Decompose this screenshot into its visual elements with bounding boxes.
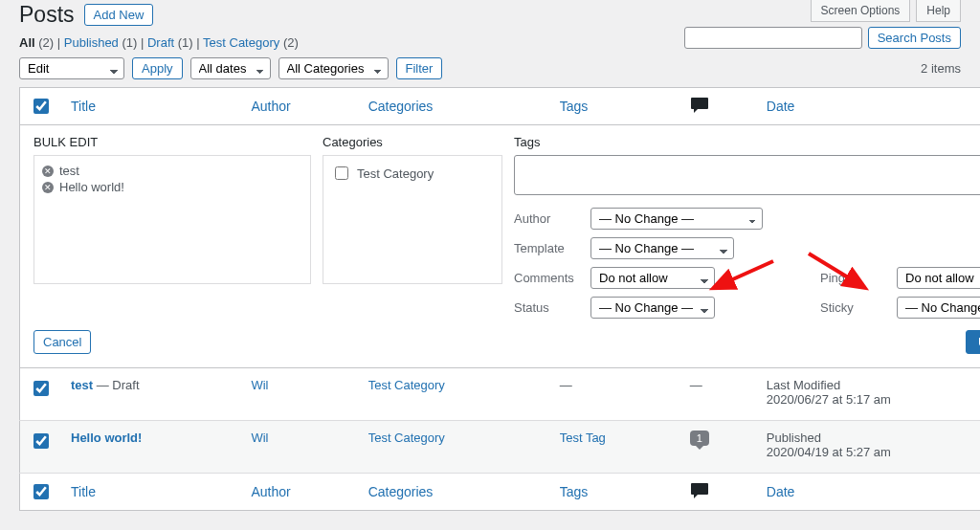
annotation-arrow: [721, 259, 778, 291]
page-title: Posts: [19, 2, 75, 28]
col-categories: Categories: [359, 474, 550, 511]
select-all-checkbox[interactable]: [33, 99, 49, 114]
select-all-checkbox-bottom[interactable]: [33, 484, 49, 499]
filter-all[interactable]: All: [19, 35, 35, 50]
tags-textarea[interactable]: [514, 155, 980, 195]
filter-published[interactable]: Published: [64, 35, 119, 50]
col-title[interactable]: Title: [61, 474, 241, 511]
bulk-cat-heading: Categories: [323, 135, 502, 149]
col-comments[interactable]: [680, 474, 757, 511]
post-status: — Draft: [93, 378, 139, 392]
category-filter-select[interactable]: All Categories: [278, 57, 389, 79]
tags-cell: —: [560, 378, 572, 392]
col-author: Author: [241, 474, 358, 511]
comments-cell: —: [690, 378, 702, 392]
pings-select[interactable]: Do not allow: [897, 267, 980, 289]
bulk-title: test: [59, 164, 79, 178]
comment-icon: [690, 487, 709, 502]
item-count: 2 items: [921, 61, 961, 76]
apply-button[interactable]: Apply: [132, 57, 183, 79]
row-checkbox[interactable]: [33, 381, 49, 396]
col-tags: Tags: [550, 474, 680, 511]
cancel-button[interactable]: Cancel: [33, 330, 91, 354]
annotation-arrow: [803, 252, 860, 289]
col-categories: Categories: [359, 88, 550, 125]
col-author: Author: [241, 88, 358, 125]
col-date[interactable]: Date: [757, 88, 980, 125]
col-tags: Tags: [550, 88, 680, 125]
category-link[interactable]: Test Category: [368, 431, 445, 445]
search-input[interactable]: [684, 27, 862, 49]
tag-link[interactable]: Test Tag: [560, 431, 606, 445]
cat-label: Test Category: [357, 166, 434, 181]
author-link[interactable]: Wil: [251, 378, 268, 392]
cat-checkbox[interactable]: [335, 166, 348, 180]
remove-icon[interactable]: ✕: [42, 166, 54, 177]
date-value: 2020/06/27 at 5:17 am: [767, 392, 891, 407]
bulk-edit-heading: BULK EDIT: [33, 135, 311, 149]
search-button[interactable]: Search Posts: [868, 27, 961, 49]
add-new-button[interactable]: Add New: [84, 4, 154, 26]
svg-line-0: [726, 261, 773, 282]
col-title[interactable]: Title: [61, 88, 241, 125]
remove-icon[interactable]: ✕: [42, 182, 54, 193]
row-checkbox[interactable]: [33, 433, 49, 449]
update-button[interactable]: Update: [966, 330, 980, 354]
svg-line-1: [809, 254, 853, 280]
table-row: test — Draft Wil Test Category — — Last …: [20, 368, 981, 421]
label-status: Status: [514, 300, 590, 315]
post-title-link[interactable]: Hello world!: [71, 431, 142, 445]
label-author: Author: [514, 211, 590, 226]
post-title-link[interactable]: test: [71, 378, 93, 392]
status-select[interactable]: — No Change —: [590, 297, 715, 319]
screen-options-tab[interactable]: Screen Options: [811, 0, 911, 22]
author-select[interactable]: — No Change —: [590, 208, 763, 230]
bulk-edit-categories[interactable]: Test Category: [323, 155, 502, 284]
filter-button[interactable]: Filter: [396, 57, 443, 79]
author-link[interactable]: Wil: [251, 431, 268, 445]
template-select[interactable]: — No Change —: [590, 237, 734, 259]
date-filter-select[interactable]: All dates: [190, 57, 271, 79]
bulk-edit-titles[interactable]: ✕test ✕Hello world!: [33, 155, 311, 284]
date-label: Published: [767, 431, 821, 445]
comment-icon: [690, 101, 709, 117]
col-date[interactable]: Date: [757, 474, 980, 511]
bulk-action-select[interactable]: Edit: [19, 57, 124, 79]
label-comments: Comments: [514, 271, 590, 285]
date-label: Last Modified: [767, 378, 840, 392]
comment-count-bubble[interactable]: 1: [690, 431, 709, 446]
sticky-select[interactable]: — No Change —: [897, 297, 980, 319]
date-value: 2020/04/19 at 5:27 am: [767, 445, 891, 459]
bulk-tags-heading: Tags: [514, 135, 980, 149]
table-row: Hello world! Wil Test Category Test Tag …: [20, 421, 981, 474]
label-template: Template: [514, 241, 590, 255]
help-tab[interactable]: Help: [916, 0, 961, 22]
category-link[interactable]: Test Category: [368, 378, 445, 392]
bulk-title: Hello world!: [59, 180, 124, 194]
filter-testcat[interactable]: Test Category: [203, 35, 279, 50]
col-comments[interactable]: [680, 88, 757, 125]
comments-select[interactable]: Do not allow: [590, 267, 715, 289]
label-sticky: Sticky: [820, 300, 897, 315]
filter-draft[interactable]: Draft: [147, 35, 174, 50]
